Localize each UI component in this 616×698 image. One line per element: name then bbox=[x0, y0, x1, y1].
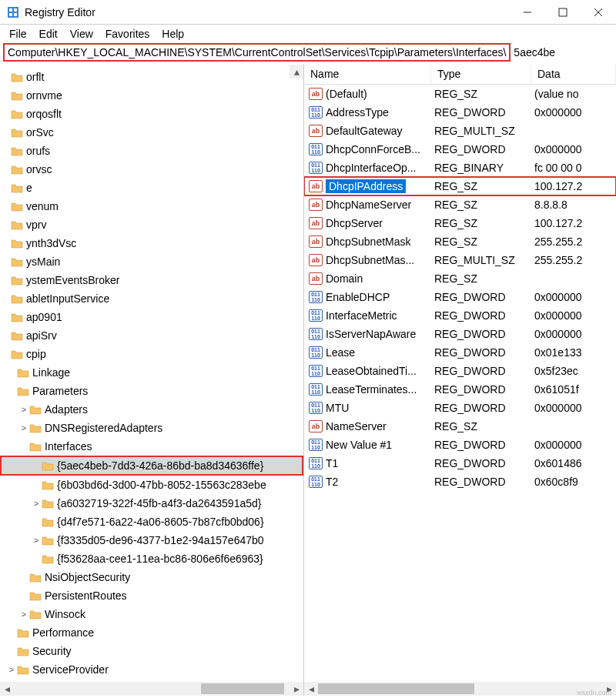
tree-item[interactable]: >DNSRegisteredAdapters bbox=[0, 419, 303, 437]
tree-item[interactable]: venum bbox=[0, 197, 303, 215]
scroll-thumb[interactable] bbox=[318, 683, 474, 694]
tree-item[interactable]: >ServiceProvider bbox=[0, 660, 303, 679]
scroll-right-icon[interactable]: ▸ bbox=[290, 682, 303, 696]
list-row[interactable]: 011110T1REG_DWORD0x601486 bbox=[304, 454, 616, 473]
tree-item[interactable]: >{a6032719-322f-45fb-a4f3-da2643591a5d} bbox=[0, 494, 303, 513]
list-row[interactable]: ab(Default)REG_SZ(value no bbox=[304, 85, 616, 103]
tree-item[interactable]: e bbox=[0, 179, 303, 197]
scroll-left-icon[interactable]: ◂ bbox=[0, 682, 14, 696]
maximize-button[interactable] bbox=[545, 0, 581, 25]
tree-item[interactable]: Interfaces bbox=[0, 437, 303, 456]
list-row[interactable]: 011110IsServerNapAwareREG_DWORD0x000000 bbox=[304, 325, 616, 343]
list-row[interactable]: abDomainREG_SZ bbox=[304, 269, 616, 288]
col-type[interactable]: Type bbox=[431, 65, 531, 84]
tree-item[interactable]: ornvme bbox=[0, 86, 303, 105]
tree-item[interactable]: ynth3dVsc bbox=[0, 234, 303, 252]
tree-item[interactable]: vprv bbox=[0, 215, 303, 234]
tree-pane[interactable]: ▴ orfltornvmeorqosfltorSvcorufsorvsceven… bbox=[0, 65, 304, 696]
col-data[interactable]: Data bbox=[531, 65, 616, 84]
tree-item[interactable]: >Winsock bbox=[0, 605, 303, 623]
list-row[interactable]: 011110LeaseREG_DWORD0x01e133 bbox=[304, 343, 616, 362]
list-row[interactable]: 011110InterfaceMetricREG_DWORD0x000000 bbox=[304, 306, 616, 325]
tree-hscroll[interactable]: ◂ ▸ bbox=[0, 682, 303, 696]
tree-item[interactable]: PersistentRoutes bbox=[0, 586, 303, 605]
chevron-icon[interactable]: > bbox=[31, 536, 42, 545]
tree-item[interactable]: >{f3335d05-de96-4377-b1e2-94a157e647b0 bbox=[0, 531, 303, 549]
value-type: REG_DWORD bbox=[431, 143, 531, 155]
list-row[interactable]: abDhcpIPAddressREG_SZ100.127.2 bbox=[304, 177, 616, 195]
address-bar[interactable]: Computer\HKEY_LOCAL_MACHINE\SYSTEM\Curre… bbox=[0, 43, 616, 65]
tree-item[interactable]: apiSrv bbox=[0, 326, 303, 345]
tree-item-label: ynth3dVsc bbox=[26, 237, 76, 249]
tree-item-label: Parameters bbox=[32, 385, 88, 397]
list-row[interactable]: abDhcpServerREG_SZ100.127.2 bbox=[304, 214, 616, 232]
tree-item[interactable]: {5aec4beb-7dd3-426a-86bd-ba8d34636ffe} bbox=[0, 456, 303, 476]
list-row[interactable]: 011110DhcpConnForceB...REG_DWORD0x000000 bbox=[304, 140, 616, 159]
value-name: Domain bbox=[326, 272, 363, 285]
tree-item[interactable]: Performance bbox=[0, 623, 303, 642]
tree-item[interactable]: orufs bbox=[0, 142, 303, 160]
tree-item[interactable]: ap0901 bbox=[0, 308, 303, 326]
tree-item-label: cpip bbox=[26, 348, 46, 360]
list-row[interactable]: abDhcpSubnetMaskREG_SZ255.255.2 bbox=[304, 232, 616, 251]
list-row[interactable]: 011110New Value #1REG_DWORD0x000000 bbox=[304, 436, 616, 454]
menu-view[interactable]: View bbox=[65, 26, 98, 42]
list-row[interactable]: abDefaultGatewayREG_MULTI_SZ bbox=[304, 122, 616, 140]
list-row[interactable]: abDhcpNameServerREG_SZ8.8.8.8 bbox=[304, 195, 616, 214]
address-overflow: 5aec4be bbox=[511, 45, 613, 60]
list-hscroll[interactable]: ◂ ▸ bbox=[304, 682, 616, 696]
tree-item-label: orufs bbox=[26, 145, 50, 157]
value-name: LeaseTerminates... bbox=[326, 383, 417, 396]
menu-file[interactable]: File bbox=[5, 26, 32, 42]
menu-help[interactable]: Help bbox=[157, 26, 189, 42]
tree-item[interactable]: Security bbox=[0, 642, 303, 660]
tree-scroll-up[interactable]: ▴ bbox=[290, 65, 303, 78]
tree-item[interactable]: {f53628aa-cee1-11ea-bc86-806e6f6e6963} bbox=[0, 549, 303, 568]
tree-item[interactable]: >Adapters bbox=[0, 400, 303, 419]
tree-item-label: {f53628aa-cee1-11ea-bc86-806e6f6e6963} bbox=[57, 553, 263, 565]
chevron-icon[interactable]: > bbox=[18, 423, 29, 432]
value-name: New Value #1 bbox=[326, 439, 392, 451]
scroll-left-icon[interactable]: ◂ bbox=[304, 682, 318, 696]
list-row[interactable]: 011110DhcpInterfaceOp...REG_BINARYfc 00 … bbox=[304, 159, 616, 177]
tree-item[interactable]: orflt bbox=[0, 68, 303, 86]
list-pane[interactable]: Name Type Data ab(Default)REG_SZ(value n… bbox=[304, 65, 616, 696]
tree-item[interactable]: NsiObjectSecurity bbox=[0, 568, 303, 586]
binary-value-icon: 011110 bbox=[309, 309, 323, 322]
chevron-icon[interactable]: > bbox=[18, 405, 29, 414]
chevron-icon[interactable]: > bbox=[6, 665, 17, 674]
value-name: InterfaceMetric bbox=[326, 309, 397, 322]
chevron-icon[interactable]: > bbox=[18, 609, 29, 619]
list-row[interactable]: 011110LeaseTerminates...REG_DWORD0x61051… bbox=[304, 380, 616, 399]
minimize-button[interactable] bbox=[510, 0, 545, 25]
list-row[interactable]: 011110LeaseObtainedTi...REG_DWORD0x5f23e… bbox=[304, 362, 616, 380]
tree-item[interactable]: ysMain bbox=[0, 252, 303, 271]
value-type: REG_DWORD bbox=[431, 346, 531, 359]
tree-item[interactable]: ystemEventsBroker bbox=[0, 271, 303, 289]
tree-item[interactable]: Parameters bbox=[0, 382, 303, 400]
tree-item[interactable]: Linkage bbox=[0, 363, 303, 382]
scroll-thumb[interactable] bbox=[201, 683, 283, 694]
list-row[interactable]: abDhcpSubnetMas...REG_MULTI_SZ255.255.2 bbox=[304, 251, 616, 269]
tree-item[interactable]: orvsc bbox=[0, 160, 303, 179]
tree-item[interactable]: {d4f7e571-6a22-4a06-8605-7b87cfb0bd06} bbox=[0, 513, 303, 531]
list-row[interactable]: abNameServerREG_SZ bbox=[304, 417, 616, 436]
col-name[interactable]: Name bbox=[304, 65, 431, 84]
tree-item[interactable]: abletInputService bbox=[0, 289, 303, 308]
svg-rect-1 bbox=[9, 8, 12, 12]
tree-item[interactable]: orSvc bbox=[0, 123, 303, 142]
tree-item[interactable]: cpip bbox=[0, 345, 303, 363]
list-row[interactable]: 011110EnableDHCPREG_DWORD0x000000 bbox=[304, 288, 616, 306]
tree-item[interactable]: orqosflt bbox=[0, 105, 303, 123]
menu-favorites[interactable]: Favorites bbox=[101, 26, 155, 42]
close-button[interactable] bbox=[581, 0, 616, 25]
value-type: REG_SZ bbox=[431, 180, 531, 192]
tree-item[interactable]: {6b03bd6d-3d00-47bb-8052-15563c283ebe bbox=[0, 476, 303, 494]
value-type: REG_DWORD bbox=[431, 439, 531, 451]
binary-value-icon: 011110 bbox=[309, 476, 323, 488]
list-row[interactable]: 011110T2REG_DWORD0x60c8f9 bbox=[304, 473, 616, 491]
list-row[interactable]: 011110AddressTypeREG_DWORD0x000000 bbox=[304, 103, 616, 122]
menu-edit[interactable]: Edit bbox=[35, 26, 62, 42]
list-row[interactable]: 011110MTUREG_DWORD0x000000 bbox=[304, 399, 616, 417]
chevron-icon[interactable]: > bbox=[31, 499, 42, 508]
